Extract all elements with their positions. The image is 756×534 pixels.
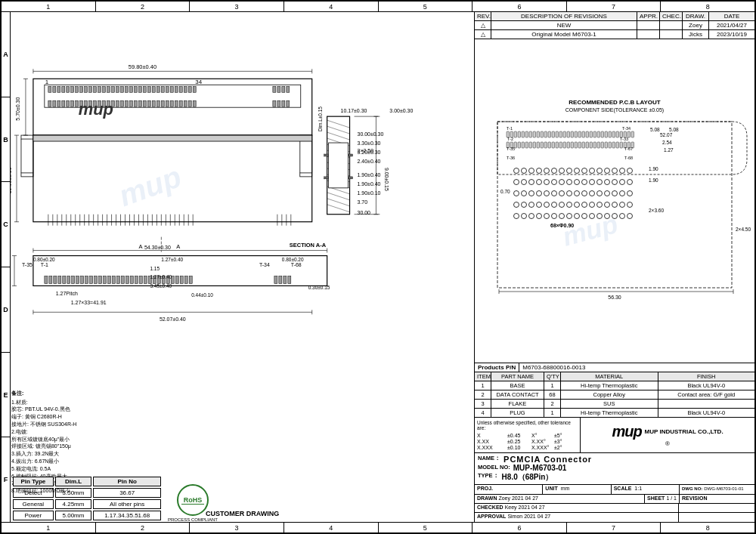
svg-rect-26 <box>156 86 160 92</box>
row-labels: A B C D E F <box>2 12 11 522</box>
svg-point-339 <box>552 180 557 185</box>
parts-col-name: PART NAME <box>491 372 544 381</box>
svg-point-327 <box>582 168 587 174</box>
row-a: A <box>2 12 10 97</box>
row-b: B <box>2 97 10 183</box>
svg-point-370 <box>544 202 550 208</box>
svg-rect-74 <box>282 100 285 106</box>
svg-point-378 <box>605 202 610 208</box>
svg-text:1.27: 1.27 <box>664 147 674 153</box>
svg-rect-297 <box>556 142 559 148</box>
model-val: MUP-M6703-01 <box>513 464 567 472</box>
row-f: F <box>2 437 10 522</box>
parts-r1-qty: 1 <box>544 381 561 390</box>
svg-rect-176 <box>67 276 70 283</box>
svg-rect-264 <box>559 131 562 137</box>
rev-col-draw: DRAW. <box>683 12 709 20</box>
rev-r1-date: 2021/04/27 <box>709 21 754 29</box>
svg-rect-41 <box>57 100 60 106</box>
notes-item-8: 4.拔出力: 6.67N最小 <box>11 458 163 465</box>
col-7: 7 <box>567 2 662 11</box>
scale-cell: SCALE 1:1 <box>612 485 679 494</box>
svg-rect-293 <box>541 142 544 148</box>
unless-text: Unless otherwise specified, other tolera… <box>477 420 578 431</box>
svg-point-364 <box>620 191 625 196</box>
notes-item-6: 焊接区域: 镀亮锡80"150μ <box>11 443 163 450</box>
tol-row-3: X.XXX ±0.10 X.XXX° ±2° <box>477 445 578 450</box>
svg-point-335 <box>522 180 527 185</box>
svg-text:56.30: 56.30 <box>608 295 621 300</box>
svg-rect-160 <box>324 177 329 179</box>
svg-rect-38 <box>287 86 290 92</box>
svg-rect-61 <box>147 100 150 106</box>
pin-r2-type: General <box>13 499 54 509</box>
svg-text:1.27Pitch: 1.27Pitch <box>56 291 78 296</box>
svg-rect-200 <box>175 276 178 283</box>
svg-point-360 <box>590 191 595 196</box>
svg-text:5.08: 5.08 <box>650 127 660 132</box>
parts-r1-material: Hi-temp Thermoplastic <box>561 381 658 390</box>
svg-rect-252 <box>514 131 517 137</box>
svg-rect-261 <box>548 131 551 137</box>
products-pn-row: Products P/N M6703-68800016-0013 <box>475 363 754 372</box>
svg-rect-58 <box>134 100 137 106</box>
svg-point-319 <box>522 168 527 174</box>
svg-text:SECTION A-A: SECTION A-A <box>290 242 327 248</box>
tol-r3-l2: X.XXX° <box>531 445 554 450</box>
svg-rect-15 <box>107 86 110 92</box>
svg-point-346 <box>605 180 610 185</box>
col-8: 8 <box>661 2 754 11</box>
svg-text:1.90: 1.90 <box>649 177 658 183</box>
svg-text:5.70±0.30: 5.70±0.30 <box>15 97 20 121</box>
svg-point-324 <box>559 168 565 174</box>
svg-point-322 <box>544 168 550 174</box>
svg-text:T-68: T-68 <box>291 262 302 267</box>
svg-point-326 <box>575 168 580 174</box>
parts-r3-name: FLAKE <box>491 400 544 408</box>
svg-text:1.27±0.40: 1.27±0.40 <box>161 257 183 262</box>
svg-text:Dim.L±0.15: Dim.L±0.15 <box>318 106 323 131</box>
svg-rect-207 <box>288 276 291 283</box>
row-d: D <box>2 267 10 353</box>
svg-point-372 <box>559 202 565 208</box>
tol-r1-l2: X° <box>531 433 554 438</box>
svg-rect-3 <box>53 86 56 92</box>
svg-rect-186 <box>113 276 116 283</box>
drawn-cell: DRAWN Zoey 2021 04 27 <box>475 495 645 503</box>
svg-text:2×4.50: 2×4.50 <box>736 227 751 232</box>
svg-rect-7 <box>71 86 74 92</box>
tol-row-1: X ±0.45 X° ±5° <box>477 433 578 438</box>
svg-rect-174 <box>58 276 61 283</box>
svg-rect-6 <box>67 86 70 92</box>
svg-rect-73 <box>277 100 280 106</box>
svg-rect-179 <box>81 276 84 283</box>
svg-rect-177 <box>72 276 75 283</box>
svg-point-381 <box>627 202 633 208</box>
scale-label: SCALE <box>614 486 632 491</box>
tol-r3-l1: X.XXX <box>477 445 507 450</box>
parts-r3-material: SUS <box>561 400 658 408</box>
svg-rect-283 <box>631 131 634 137</box>
svg-text:52.07: 52.07 <box>660 132 673 137</box>
parts-r3-finish <box>658 400 755 408</box>
svg-point-365 <box>627 191 633 196</box>
rev-r2-chec <box>660 30 683 39</box>
svg-rect-19 <box>125 86 129 92</box>
svg-rect-54 <box>116 100 119 106</box>
svg-rect-304 <box>582 142 585 148</box>
svg-rect-314 <box>620 142 623 148</box>
rohs-divider <box>181 504 204 505</box>
svg-line-155 <box>327 199 350 206</box>
pin-table-h2: Dim.L <box>55 477 92 486</box>
svg-rect-192 <box>139 276 142 283</box>
unit-cell: UNIT mm <box>543 485 611 494</box>
svg-point-352 <box>529 191 534 196</box>
svg-point-382 <box>514 214 519 219</box>
revision-row-1: △ NEW Zoey 2021/04/27 <box>475 21 754 30</box>
company-name: MUP INDUSTRIAL CO.,LTD. <box>645 428 723 435</box>
model-row: MODEL NO: MUP-M6703-01 <box>478 464 751 472</box>
revision-header: REV. DESCRIPTION OF REVISIONS APPR. CHEC… <box>475 12 754 21</box>
svg-text:mup: mup <box>114 159 185 212</box>
svg-rect-289 <box>525 142 528 148</box>
svg-rect-296 <box>552 142 555 148</box>
